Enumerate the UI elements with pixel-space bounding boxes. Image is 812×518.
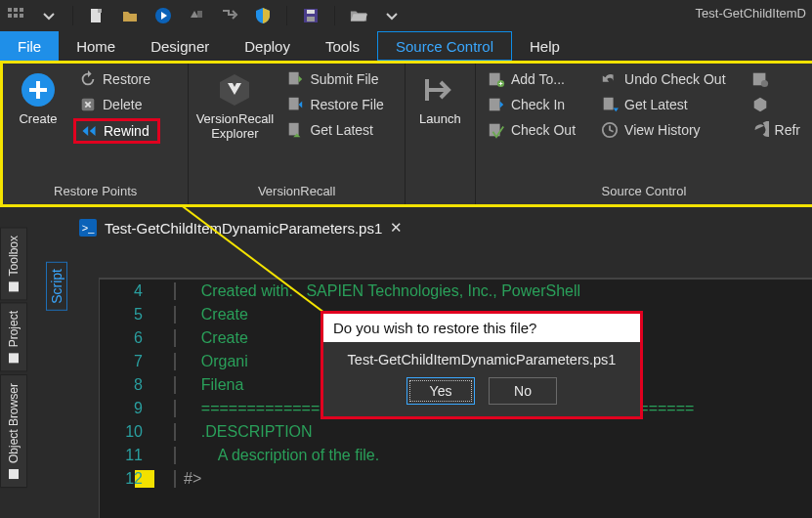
undo-check-out-button[interactable]: Undo Check Out [595,67,732,91]
refresh-label: Refr [775,122,800,138]
code-line: Create [176,329,248,347]
add-to-label: Add To... [511,71,565,87]
open-file-icon[interactable] [118,4,142,27]
line-number: 8 [100,376,176,394]
code-line: #> [176,470,201,488]
status-icon-button[interactable] [746,67,806,91]
code-line: Create [176,306,248,324]
script-tab[interactable]: Script [46,262,67,311]
ribbon-group-label: Restore Points [3,180,188,204]
create-button[interactable]: Create [9,67,67,127]
versionrecall-explorer-button[interactable]: VersionRecall Explorer [194,67,275,142]
menu-home[interactable]: Home [59,31,133,61]
line-number: 5 [100,306,176,324]
run-icon[interactable] [151,4,175,27]
restore-button[interactable]: Restore [73,67,160,91]
object-icon [9,469,19,479]
project-icon [9,354,19,364]
versionrecall-explorer-label: VersionRecall Explorer [196,112,275,142]
get-latest-sc-label: Get Latest [624,97,688,112]
check-in-button[interactable]: Check In [482,93,581,116]
rewind-button[interactable]: Rewind [73,118,160,144]
package-icon-button[interactable] [746,93,806,116]
restore-file-button[interactable]: Restore File [280,93,389,116]
view-history-button[interactable]: View History [595,118,732,142]
get-latest-sc-button[interactable]: Get Latest [595,93,732,116]
close-tab-button[interactable]: ✕ [390,219,403,237]
delete-label: Delete [103,97,142,112]
line-number: 4 [100,282,176,300]
submit-file-button[interactable]: Submit File [280,67,389,91]
caret-down-icon[interactable] [37,4,61,27]
toolbox-icon [9,281,19,291]
submit-file-label: Submit File [310,71,378,87]
ribbon-group-label: VersionRecall [189,180,405,204]
delete-button[interactable]: Delete [73,93,160,116]
save-icon[interactable] [299,4,322,27]
menu-deploy[interactable]: Deploy [227,31,308,61]
line-number: 12 [100,470,176,488]
toolbox-tab[interactable]: Toolbox [0,227,27,300]
check-out-button[interactable]: Check Out [482,118,581,142]
svg-rect-5 [20,14,23,18]
powershell-icon: >_ [79,219,97,237]
svg-rect-15 [289,72,299,85]
object-browser-tab[interactable]: Object Browser [0,374,27,488]
app-menu-icon[interactable] [4,4,27,27]
check-out-label: Check Out [511,122,576,138]
menu-file[interactable]: File [0,31,59,61]
yes-button[interactable]: Yes [406,377,475,405]
main-menu: File Home Designer Deploy Tools Source C… [0,31,812,61]
svg-point-25 [760,80,767,87]
line-number: 11 [100,447,176,464]
dialog-filename: Test-GetChildItemDynamicParameters.ps1 [335,352,628,367]
object-browser-label: Object Browser [7,383,21,463]
svg-rect-11 [307,10,315,14]
ribbon-group-label [406,180,475,204]
ribbon-group-restore-points: Create Restore Delete Rewind Restore Poi… [3,64,189,204]
get-latest-vr-button[interactable]: Get Latest [280,118,389,142]
separator [334,6,335,25]
undo-check-out-label: Undo Check Out [624,71,726,87]
restore-file-label: Restore File [310,97,383,112]
add-to-button[interactable]: Add To... [482,67,581,91]
document-tab[interactable]: >_ Test-GetChildItemDynamicParameters.ps… [71,215,410,240]
ribbon-group-versionrecall: VersionRecall Explorer Submit File Resto… [189,64,406,204]
caret-down-icon[interactable] [380,4,404,27]
launch-button[interactable]: Launch [411,67,469,127]
new-file-icon[interactable] [85,4,108,27]
svg-rect-7 [98,9,102,13]
stop-icon[interactable] [185,4,208,27]
menu-help[interactable]: Help [512,31,577,61]
svg-rect-22 [604,98,614,110]
svg-rect-16 [289,98,299,110]
svg-rect-0 [8,8,12,12]
code-line: .DESCRIPTION [176,423,313,441]
restore-label: Restore [103,71,150,87]
quick-access-toolbar [0,0,812,31]
dialog-title: Do you wish to restore this file? [323,314,640,342]
refresh-button[interactable]: Refr [746,118,806,142]
menu-source-control[interactable]: Source Control [377,31,512,61]
restore-confirm-dialog: Do you wish to restore this file? Test-G… [321,311,643,419]
code-line: A description of the file. [176,447,379,464]
shield-icon[interactable] [251,4,275,27]
no-button[interactable]: No [489,377,557,405]
svg-rect-3 [8,14,12,18]
document-filename: Test-GetChildItemDynamicParameters.ps1 [105,220,382,237]
separator [72,6,73,25]
menu-designer[interactable]: Designer [133,31,227,61]
window-title: Test-GetChildItemD [696,6,806,21]
menu-tools[interactable]: Tools [308,31,377,61]
launch-label: Launch [419,112,461,127]
ribbon-group-source-control: Add To... Check In Check Out Undo Check … [476,64,812,204]
ribbon: Create Restore Delete Rewind Restore Poi… [0,61,812,207]
svg-rect-12 [307,17,315,22]
view-history-label: View History [624,122,701,138]
open-folder-icon[interactable] [347,4,370,27]
ribbon-group-launch: Launch [406,64,476,204]
project-tab[interactable]: Project [0,302,27,371]
document-tab-bar: >_ Test-GetChildItemDynamicParameters.ps… [32,213,812,242]
debug-step-icon[interactable] [218,4,241,27]
create-label: Create [19,112,57,127]
